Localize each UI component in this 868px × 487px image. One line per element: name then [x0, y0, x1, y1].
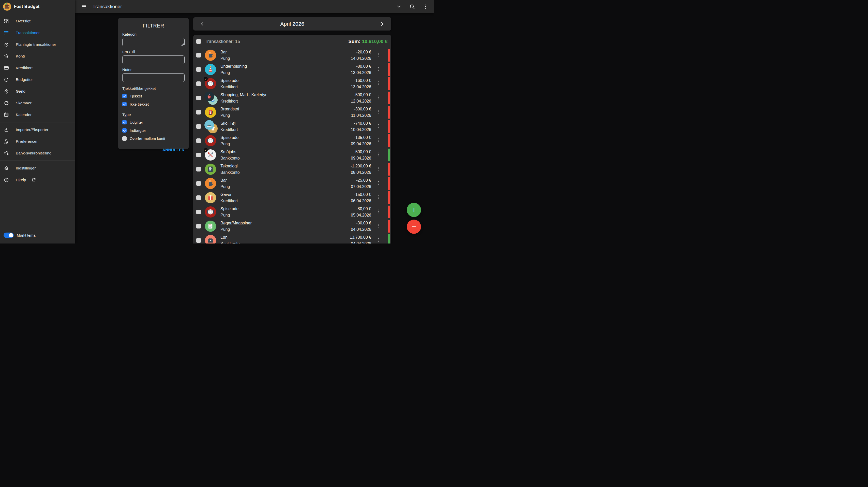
category-icon-group — [205, 64, 216, 75]
transaction-type-indicator — [388, 106, 390, 119]
more-options-icon[interactable] — [421, 2, 430, 11]
transaction-type-indicator — [388, 77, 390, 90]
dark-theme-toggle[interactable] — [4, 233, 14, 238]
select-all-checkbox[interactable] — [196, 39, 201, 44]
category-input[interactable] — [122, 38, 185, 46]
row-checkbox[interactable] — [196, 96, 201, 100]
transaction-category: Gaver — [220, 192, 238, 197]
sidebar-item-bank-synkronisering[interactable]: Bank-synkronisering — [0, 147, 75, 159]
menu-hamburger-icon[interactable] — [79, 2, 89, 11]
month-title[interactable]: April 2026 — [208, 21, 376, 27]
transaction-row[interactable]: LønBankkonto13.700,00 €04.04.2026 — [193, 233, 391, 244]
row-checkbox[interactable] — [196, 238, 201, 243]
row-menu-button[interactable] — [376, 209, 383, 215]
sidebar-item-gæld[interactable]: Gæld — [0, 85, 75, 97]
filter-option-tjekket[interactable]: Tjekket — [122, 92, 185, 100]
shopping-basket-icon — [205, 92, 214, 101]
transaction-row[interactable]: BrændstofPung-300,00 €11.04.2026 — [193, 105, 391, 119]
transaction-category: Teknologi — [220, 164, 240, 168]
help-icon — [4, 177, 9, 183]
row-checkbox[interactable] — [196, 81, 201, 86]
sidebar-item-præferencer[interactable]: Præferencer — [0, 136, 75, 147]
sidebar-item-importer-eksporter[interactable]: Importer/Eksporter — [0, 124, 75, 136]
transaction-row[interactable]: SmåjobsBankkonto500,00 €09.04.2026 — [193, 148, 391, 162]
row-menu-button[interactable] — [376, 123, 383, 130]
external-link-icon — [32, 178, 36, 182]
filter-option-overfør-mellem-konti[interactable]: Overfør mellem konti — [122, 134, 185, 142]
credit-card-icon — [4, 65, 9, 71]
row-checkbox[interactable] — [196, 195, 201, 200]
row-menu-button[interactable] — [376, 166, 383, 173]
add-expense-button[interactable]: − — [407, 220, 421, 234]
next-month-button[interactable] — [376, 18, 388, 30]
transaction-category: Underholdning — [220, 64, 247, 69]
row-checkbox[interactable] — [196, 138, 201, 143]
row-menu-button[interactable] — [376, 137, 383, 144]
row-checkbox[interactable] — [196, 67, 201, 72]
transaction-row[interactable]: Spise udePung-135,00 €09.04.2026 — [193, 134, 391, 148]
row-checkbox[interactable] — [196, 110, 201, 114]
row-menu-button[interactable] — [376, 223, 383, 230]
transaction-category: Spise ude — [220, 78, 239, 83]
row-checkbox[interactable] — [196, 153, 201, 157]
add-income-button[interactable]: + — [407, 203, 421, 217]
from-to-input[interactable] — [122, 55, 185, 64]
row-checkbox[interactable] — [196, 167, 201, 171]
transaction-row[interactable]: UnderholdningPung-80,00 €13.04.2026 — [193, 62, 391, 77]
transaction-category: Bøger/Magasiner — [220, 221, 252, 225]
cancel-filter-button[interactable]: ANNULLER — [162, 148, 185, 152]
transaction-row[interactable]: BarPung-25,00 €07.04.2026 — [193, 176, 391, 191]
transaction-row[interactable]: TeknologiBankkonto-1.200,00 €08.04.2026 — [193, 162, 391, 176]
transaction-row[interactable]: Shopping, Mad - KæledyrKreditkort-500,00… — [193, 91, 391, 105]
filter-option-indtægter[interactable]: Indtægter — [122, 126, 185, 134]
toggle-knob-icon — [9, 233, 13, 237]
row-menu-button[interactable] — [376, 95, 383, 101]
chevron-down-icon[interactable] — [394, 2, 403, 11]
sidebar-item-konti[interactable]: Konti — [0, 50, 75, 62]
row-menu-button[interactable] — [376, 152, 383, 158]
transaction-row[interactable]: Spise udePung-80,00 €05.04.2026 — [193, 205, 391, 219]
transaction-type-indicator — [388, 163, 390, 176]
row-menu-button[interactable] — [376, 109, 383, 116]
row-checkbox[interactable] — [196, 224, 201, 228]
wallet-logo-icon — [3, 2, 11, 11]
sidebar-item-kalender[interactable]: Kalender — [0, 109, 75, 121]
category-icon-group — [205, 78, 216, 90]
transaction-row[interactable]: BarPung-20,00 €14.04.2026 — [193, 48, 391, 62]
transaction-category: Spise ude — [220, 135, 239, 140]
previous-month-button[interactable] — [197, 18, 208, 30]
transaction-account: Kreditkort — [220, 199, 238, 203]
row-menu-button[interactable] — [376, 237, 383, 244]
row-menu-button[interactable] — [376, 52, 383, 59]
sidebar-item-hjælp[interactable]: Hjælp — [0, 174, 75, 186]
transaction-list: BarPung-20,00 €14.04.2026UnderholdningPu… — [193, 48, 391, 244]
sidebar-item-skemaer[interactable]: Skemaer — [0, 97, 75, 109]
sidebar-item-budgetter[interactable]: Budgetter — [0, 74, 75, 85]
notes-input[interactable] — [122, 73, 185, 82]
row-menu-button[interactable] — [376, 180, 383, 187]
transaction-date: 09.04.2026 — [351, 142, 371, 146]
transaction-row[interactable]: Spise udeKreditkort-160,00 €13.04.2026 — [193, 77, 391, 91]
sidebar-nav: OversigtTransaktionerPlanlagte transakti… — [0, 15, 75, 186]
transaction-row[interactable]: NEWSBøger/MagasinerPung-30,00 €04.04.202… — [193, 219, 391, 233]
transaction-date: 09.04.2026 — [351, 156, 371, 161]
row-checkbox[interactable] — [196, 124, 201, 129]
row-menu-button[interactable] — [376, 80, 383, 87]
filter-option-udgifter[interactable]: Udgifter — [122, 118, 185, 126]
row-checkbox[interactable] — [196, 210, 201, 214]
sidebar-item-indstillinger[interactable]: Indstillinger — [0, 162, 75, 174]
sidebar-item-kreditkort[interactable]: Kreditkort — [0, 62, 75, 74]
row-menu-button[interactable] — [376, 194, 383, 201]
filter-option-ikke-tjekket[interactable]: Ikke tjekket — [122, 100, 185, 108]
transaction-date: 12.04.2026 — [351, 99, 371, 104]
row-checkbox[interactable] — [196, 181, 201, 186]
sidebar-item-oversigt[interactable]: Oversigt — [0, 15, 75, 27]
sidebar-item-transaktioner[interactable]: Transaktioner — [0, 27, 75, 39]
transaction-type-indicator — [388, 92, 390, 104]
transaction-row[interactable]: Sko, TøjKreditkort-740,00 €10.04.2026 — [193, 119, 391, 134]
transaction-row[interactable]: GaverKreditkort-150,00 €06.04.2026 — [193, 191, 391, 205]
row-checkbox[interactable] — [196, 53, 201, 58]
sidebar-item-planlagte-transaktioner[interactable]: Planlagte transaktioner — [0, 39, 75, 50]
search-icon[interactable] — [408, 2, 417, 11]
row-menu-button[interactable] — [376, 66, 383, 73]
